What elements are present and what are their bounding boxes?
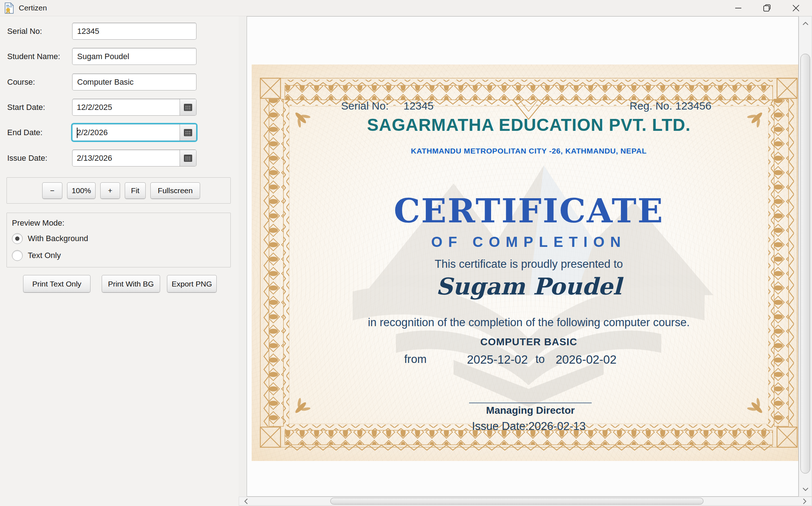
calendar-icon — [184, 155, 192, 162]
certificate-preview-pane: Serial No: 12345 Reg. No. 123456 SAGARMA… — [239, 16, 812, 506]
certificate-to-date: 2026-02-02 — [556, 353, 617, 367]
radio-button-icon[interactable] — [12, 250, 23, 261]
start-date-input[interactable] — [72, 99, 180, 115]
certificate-subtitle: OF COMPLETION — [252, 234, 799, 250]
issue-date-calendar-button[interactable] — [180, 150, 196, 166]
end-date-input[interactable] — [72, 124, 180, 141]
signature-title: Managing Director — [469, 405, 592, 416]
certificate-org-address: KATHMANDU METROPOLITAN CITY -26, KATHMAN… — [252, 147, 799, 155]
radio-text-only[interactable]: Text Only — [12, 249, 230, 262]
start-date-label: Start Date: — [7, 99, 45, 116]
radio-button-selected-icon[interactable] — [12, 233, 23, 244]
course-label: Course: — [7, 74, 35, 90]
zoom-out-button[interactable]: − — [42, 182, 62, 199]
calendar-icon — [184, 129, 192, 136]
certificate-to-label: to — [535, 353, 545, 366]
export-png-button[interactable]: Export PNG — [167, 275, 217, 293]
start-date-calendar-button[interactable] — [180, 99, 196, 115]
start-date-picker — [72, 99, 197, 116]
certificate-reg-no: Reg. No. 123456 — [630, 100, 711, 112]
scroll-down-button[interactable] — [799, 484, 812, 495]
window-title: Certizen — [19, 4, 47, 12]
window-titlebar: Certizen — [0, 0, 812, 16]
fit-button[interactable]: Fit — [125, 182, 146, 199]
serial-input[interactable] — [72, 23, 197, 40]
end-date-calendar-button[interactable] — [180, 124, 196, 141]
preview-mode-label: Preview Mode: — [12, 218, 230, 228]
certificate-student-name: Sugam Poudel — [252, 273, 799, 300]
scroll-left-button[interactable] — [240, 497, 251, 505]
student-name-input[interactable] — [72, 48, 197, 65]
certificate-org-name: SAGARMATHA EDUCATION PVT. LTD. — [252, 115, 799, 135]
certificate-from-label: from — [404, 353, 427, 366]
horizontal-scrollbar[interactable] — [239, 497, 812, 506]
text-cursor — [77, 128, 78, 138]
serial-label: Serial No: — [7, 23, 42, 40]
issue-date-label: Issue Date: — [7, 150, 47, 167]
course-input[interactable] — [72, 74, 197, 90]
horizontal-scrollbar-thumb[interactable] — [330, 498, 703, 505]
scroll-right-button[interactable] — [799, 497, 810, 505]
certificate-recognition-line: in recognition of the completion of the … — [252, 316, 799, 329]
certificate-presented-line: This certificate is proudly presented to — [252, 258, 799, 271]
end-date-picker — [72, 124, 197, 141]
preview-viewport: Serial No: 12345 Reg. No. 123456 SAGARMA… — [247, 16, 799, 497]
signature-block: Managing Director — [469, 403, 592, 416]
certificate-canvas: Serial No: 12345 Reg. No. 123456 SAGARMA… — [252, 65, 799, 461]
preview-mode-panel: Preview Mode: With Background Text Only — [6, 213, 231, 267]
zoom-level-button[interactable]: 100% — [67, 182, 96, 199]
restore-button[interactable] — [754, 0, 780, 16]
print-text-only-button[interactable]: Print Text Only — [23, 275, 91, 293]
print-with-bg-button[interactable]: Print With BG — [102, 275, 160, 293]
scroll-up-button[interactable] — [799, 18, 812, 29]
issue-date-input[interactable] — [72, 150, 180, 166]
signature-line — [469, 403, 592, 403]
zoom-toolbar: − 100% + Fit Fullscreen — [6, 177, 231, 204]
certificate-serial-label: Serial No: — [341, 100, 389, 112]
close-button[interactable] — [783, 0, 808, 16]
fullscreen-button[interactable]: Fullscreen — [150, 182, 200, 199]
app-icon — [4, 3, 14, 14]
calendar-icon — [184, 104, 192, 111]
issue-date-picker — [72, 150, 197, 167]
minimize-button[interactable] — [725, 0, 751, 16]
vertical-scrollbar-thumb[interactable] — [800, 54, 810, 474]
certificate-course-name: COMPUTER BASIC — [252, 336, 799, 348]
radio-with-background[interactable]: With Background — [12, 232, 230, 245]
end-date-label: End Date: — [7, 124, 43, 141]
controls-panel: Serial No: Student Name: Course: Start D… — [0, 16, 239, 506]
certificate-serial-value: 12345 — [403, 100, 433, 112]
certificate-title: CERTIFICATE — [252, 191, 799, 230]
certificate-issue-date: Issue Date:2026-02-13 — [252, 420, 799, 433]
student-name-label: Student Name: — [7, 48, 60, 65]
vertical-scrollbar[interactable] — [799, 16, 812, 497]
zoom-in-button[interactable]: + — [100, 182, 120, 199]
certificate-from-date: 2025-12-02 — [467, 353, 528, 367]
